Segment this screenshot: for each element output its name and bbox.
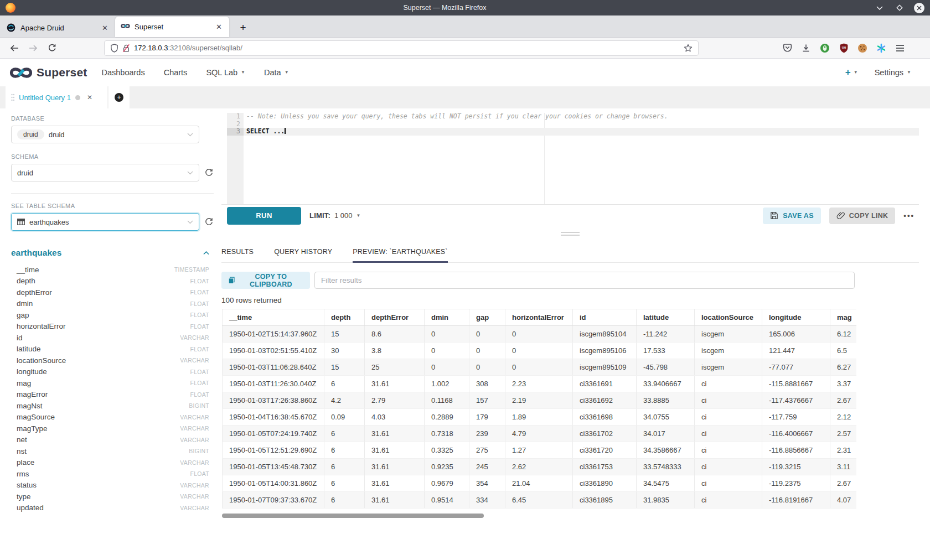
results-table-container[interactable]: __timedepthdepthErrordmingaphorizontalEr… — [222, 309, 856, 509]
shield-icon[interactable] — [110, 44, 118, 53]
results-toolbar: COPY TO CLIPBOARD — [221, 272, 919, 289]
schema-column-place[interactable]: placeVARCHAR — [11, 457, 214, 469]
table-cell: 6 — [324, 492, 365, 509]
schema-column-magType[interactable]: magTypeVARCHAR — [11, 423, 214, 434]
window-minimize-icon[interactable] — [874, 2, 885, 13]
schema-column-gap[interactable]: gapFLOAT — [11, 309, 214, 321]
schema-column-depthError[interactable]: depthErrorFLOAT — [11, 287, 214, 298]
schema-column-magNst[interactable]: magNstBIGINT — [11, 400, 214, 412]
download-icon[interactable] — [800, 43, 812, 54]
superset-logo[interactable]: Superset — [9, 65, 87, 80]
table-cell: ci3361895 — [573, 492, 637, 509]
schema-column-dmin[interactable]: dminFLOAT — [11, 298, 214, 310]
results-column-header-gap[interactable]: gap — [469, 309, 505, 326]
schema-column-type[interactable]: typeVARCHAR — [11, 491, 214, 502]
schema-column-locationSource[interactable]: locationSourceVARCHAR — [11, 355, 214, 366]
drag-grip-icon[interactable] — [11, 94, 14, 101]
lock-disabled-icon[interactable] — [122, 44, 130, 53]
schema-column-id[interactable]: idVARCHAR — [11, 332, 214, 344]
schema-column-nst[interactable]: nstBIGINT — [11, 445, 214, 457]
settings-menu-button[interactable]: Settings▼ — [875, 68, 911, 77]
results-column-header-latitude[interactable]: latitude — [637, 309, 695, 326]
cookie-icon[interactable] — [857, 43, 868, 54]
schema-column-depth[interactable]: depthFLOAT — [11, 276, 214, 287]
results-column-header-horizontalError[interactable]: horizontalError — [505, 309, 573, 326]
query-tab-close-icon[interactable]: ✕ — [87, 94, 92, 101]
tab-query-history[interactable]: QUERY HISTORY — [274, 241, 332, 262]
new-browser-tab-button[interactable]: + — [235, 19, 251, 36]
nav-item-sql-lab[interactable]: SQL Lab▼ — [206, 68, 245, 77]
schema-column-longitude[interactable]: longitudeFLOAT — [11, 366, 214, 378]
results-column-header-depth[interactable]: depth — [324, 309, 365, 326]
copy-link-button[interactable]: COPY LINK — [829, 208, 896, 224]
nav-item-data[interactable]: Data▼ — [264, 68, 289, 77]
database-pill: druid — [17, 129, 44, 139]
tab-close-icon[interactable]: ✕ — [100, 24, 110, 32]
save-as-button[interactable]: SAVE AS — [763, 208, 821, 224]
window-maximize-icon[interactable] — [894, 2, 905, 13]
limit-dropdown[interactable]: LIMIT: 1 000 ▼ — [309, 211, 361, 220]
results-column-header-id[interactable]: id — [573, 309, 637, 326]
column-name: gap — [17, 311, 29, 319]
nav-item-dashboards[interactable]: Dashboards — [101, 68, 144, 77]
results-column-header-longitude[interactable]: longitude — [762, 309, 830, 326]
schema-column-mag[interactable]: magFLOAT — [11, 377, 214, 389]
address-bar[interactable]: 172.18.0.3:32108/superset/sqllab/ — [104, 40, 699, 56]
browser-tab-superset[interactable]: Superset ✕ — [115, 17, 229, 37]
schema-column-horizontalError[interactable]: horizontalErrorFLOAT — [11, 321, 214, 333]
schema-column-magSource[interactable]: magSourceVARCHAR — [11, 412, 214, 423]
table-select[interactable]: earthquakes — [11, 213, 199, 231]
sql-editor[interactable]: 1 -- Note: Unless you save your query, t… — [227, 113, 919, 204]
back-icon[interactable] — [7, 41, 22, 55]
pane-splitter[interactable] — [221, 226, 919, 241]
horizontal-scrollbar[interactable] — [221, 514, 856, 518]
schema-column-status[interactable]: statusVARCHAR — [11, 480, 214, 491]
schema-column-updated[interactable]: updatedVARCHAR — [11, 502, 214, 514]
hamburger-menu-icon[interactable] — [895, 43, 906, 54]
nav-item-charts[interactable]: Charts — [164, 68, 188, 77]
column-name: mag — [17, 379, 31, 387]
results-column-header-depthError[interactable]: depthError — [365, 309, 425, 326]
results-column-header-__time[interactable]: __time — [223, 309, 324, 326]
schema-column-__time[interactable]: __timeTIMESTAMP — [11, 264, 214, 276]
table-cell: 245 — [469, 459, 505, 475]
collapse-chevron-up-icon[interactable] — [203, 251, 209, 255]
tab-preview-earthquakes[interactable]: PREVIEW: `EARTHQUAKES` — [353, 241, 447, 262]
forward-icon[interactable] — [25, 41, 41, 55]
table-columns-list: __timeTIMESTAMPdepthFLOATdepthErrorFLOAT… — [11, 264, 214, 514]
tab-results[interactable]: RESULTS — [221, 241, 254, 262]
results-column-header-locationSource[interactable]: locationSource — [695, 309, 762, 326]
schema-column-latitude[interactable]: latitudeFLOAT — [11, 344, 214, 355]
ublock-shield-icon[interactable]: U0 — [838, 43, 849, 54]
schema-column-net[interactable]: netVARCHAR — [11, 434, 214, 446]
scrollbar-thumb[interactable] — [222, 514, 484, 518]
schema-column-magError[interactable]: magErrorFLOAT — [11, 389, 214, 401]
pocket-icon[interactable] — [782, 43, 793, 54]
drag-handle-icon[interactable] — [561, 232, 580, 236]
database-select[interactable]: druid druid — [11, 126, 199, 143]
copy-to-clipboard-button[interactable]: COPY TO CLIPBOARD — [221, 272, 310, 289]
results-column-header-dmin[interactable]: dmin — [425, 309, 469, 326]
refresh-tables-icon[interactable] — [204, 217, 214, 227]
schema-select[interactable]: druid — [11, 164, 199, 182]
table-schema-card-header[interactable]: earthquakes — [11, 248, 214, 258]
schema-column-rms[interactable]: rmsFLOAT — [11, 468, 214, 480]
filter-results-input[interactable] — [314, 272, 855, 289]
results-column-header-mag[interactable]: mag — [830, 309, 857, 326]
run-button[interactable]: RUN — [227, 207, 301, 225]
extension-green-icon[interactable] — [819, 43, 830, 54]
more-options-icon[interactable]: ••• — [903, 211, 914, 220]
window-close-icon[interactable] — [914, 3, 924, 13]
tab-close-icon[interactable]: ✕ — [214, 23, 224, 31]
browser-tab-apache-druid[interactable]: Apache Druid ✕ — [1, 18, 115, 37]
query-tab-untitled-query-1[interactable]: Untitled Query 1 ✕ — [6, 86, 107, 108]
table-cell: 31.61 — [365, 376, 425, 392]
reload-icon[interactable] — [44, 41, 60, 55]
add-query-tab-button[interactable]: + — [108, 86, 130, 108]
table-cell: 33.9406667 — [637, 376, 695, 392]
containers-asterisk-icon[interactable] — [876, 43, 887, 54]
superset-navbar: Superset Dashboards Charts SQL Lab▼ Data… — [0, 59, 930, 86]
add-new-menu-button[interactable]: +▼ — [845, 67, 858, 78]
refresh-schemas-icon[interactable] — [204, 168, 214, 178]
bookmark-star-icon[interactable] — [684, 44, 693, 53]
